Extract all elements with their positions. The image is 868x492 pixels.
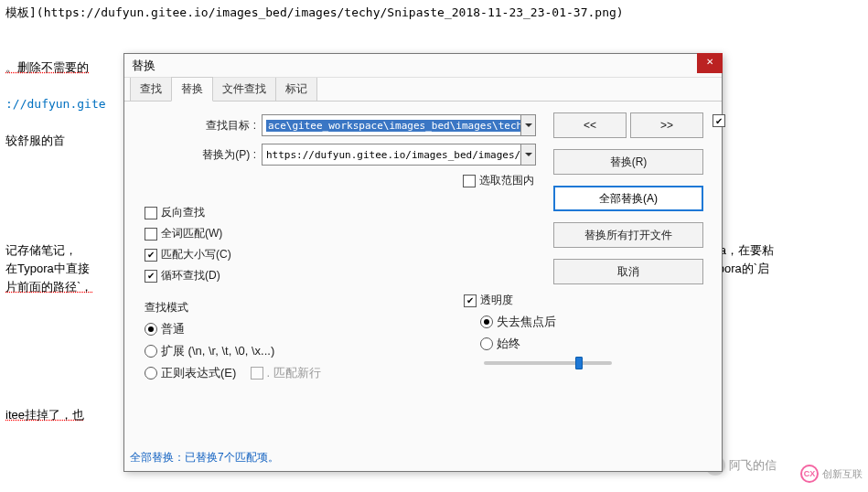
dot-newline-label: . 匹配新行 [267, 365, 321, 381]
backward-checkbox[interactable] [145, 207, 157, 219]
mode-regex-radio[interactable] [145, 367, 157, 380]
wrap-around-label: 循环查找(D) [161, 268, 220, 283]
replace-all-button[interactable]: 全部替换(A) [553, 186, 703, 211]
tab-find[interactable]: 查找 [130, 77, 172, 101]
backward-label: 反向查找 [161, 205, 205, 220]
search-mode-title: 查找模式 [145, 300, 382, 316]
replace-button[interactable]: 替换(R) [553, 149, 703, 175]
transparency-group: 透明度 失去焦点后 始终 [464, 293, 702, 387]
slider-thumb[interactable] [575, 357, 583, 369]
dot-newline-checkbox [251, 367, 263, 380]
transparency-always-radio[interactable] [480, 337, 493, 350]
find-label: 查找目标 : [143, 118, 262, 134]
in-selection-checkbox[interactable] [463, 175, 476, 187]
replace-label: 替换为(P) : [143, 147, 262, 163]
find-dropdown-icon[interactable] [520, 115, 535, 135]
in-selection-label: 选取范围内 [479, 173, 534, 188]
brand-logo-icon: CX [800, 465, 819, 483]
close-icon: ✕ [706, 57, 713, 67]
transparency-always-label: 始终 [497, 336, 520, 352]
transparency-checkbox[interactable] [464, 294, 477, 307]
match-case-label: 匹配大小写(C) [161, 247, 231, 262]
tab-replace[interactable]: 替换 [171, 77, 213, 102]
tab-find-in-files[interactable]: 文件查找 [212, 77, 276, 101]
wrap-nav-checkbox[interactable] [713, 114, 725, 127]
mode-extended-radio[interactable] [145, 345, 157, 358]
mode-normal-label: 普通 [161, 321, 185, 337]
tab-mark[interactable]: 标记 [275, 77, 317, 101]
find-input[interactable]: ace\gitee_workspace\images_bed\images\te… [262, 114, 536, 136]
whole-word-checkbox[interactable] [145, 228, 157, 241]
replace-all-open-button[interactable]: 替换所有打开文件 [553, 222, 703, 248]
dialog-tabs: 查找 替换 文件查找 标记 [124, 78, 722, 102]
find-next-button[interactable]: >> [630, 112, 703, 138]
mode-regex-label: 正则表达式(E) [161, 365, 236, 381]
replace-input[interactable]: https://dufyun.gitee.io/images_bed/image… [262, 144, 536, 166]
find-prev-button[interactable]: << [553, 112, 627, 138]
transparency-slider[interactable] [484, 361, 612, 365]
brand-watermark: CX 创新互联 [800, 465, 863, 483]
replace-dialog: 替换 ✕ 查找 替换 文件查找 标记 查找目标 : ace\gitee_work… [123, 53, 723, 472]
replace-dropdown-icon[interactable] [520, 144, 535, 165]
status-message: 全部替换：已替换7个匹配项。 [130, 450, 279, 465]
find-input-value: ace\gitee_workspace\images_bed\images\te… [266, 120, 536, 132]
transparency-lose-focus-label: 失去焦点后 [497, 314, 556, 330]
dialog-titlebar[interactable]: 替换 ✕ [124, 54, 722, 78]
match-case-checkbox[interactable] [145, 249, 157, 262]
whole-word-label: 全词匹配(W) [161, 226, 222, 241]
dialog-title: 替换 [132, 59, 155, 72]
close-button[interactable]: ✕ [697, 53, 723, 73]
mode-normal-radio[interactable] [145, 323, 157, 336]
wrap-around-checkbox[interactable] [145, 270, 157, 283]
mode-extended-label: 扩展 (\n, \r, \t, \0, \x...) [161, 343, 274, 359]
search-mode-group: 查找模式 普通 扩展 (\n, \r, \t, \0, \x...) 正则表达式… [145, 293, 382, 387]
transparency-title: 透明度 [480, 293, 513, 308]
cancel-button[interactable]: 取消 [553, 259, 703, 284]
replace-input-value: https://dufyun.gitee.io/images_bed/image… [266, 149, 536, 161]
transparency-lose-focus-radio[interactable] [480, 316, 493, 328]
